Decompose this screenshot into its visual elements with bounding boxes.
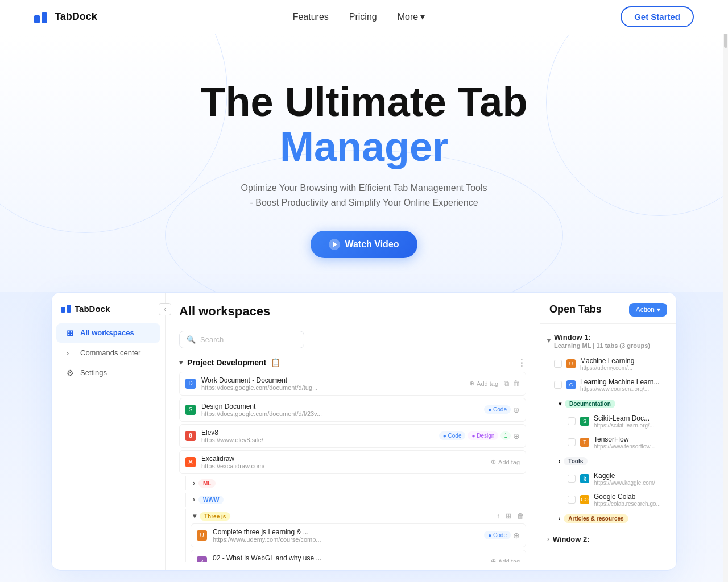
list-item[interactable]: S Scikit-Learn Doc... https://scikit-lea…	[554, 411, 669, 432]
sidebar-logo-icon	[61, 305, 71, 313]
table-row[interactable]: D Work Document - Document https://docs.…	[179, 372, 526, 396]
tab-checkbox[interactable]	[554, 360, 562, 368]
subgroup-chevron-icon: ›	[193, 496, 195, 504]
app-preview-area: TabDock ‹ ⊞ All workspaces ›_ Commands c…	[0, 292, 728, 582]
tab-info: Machine Learning https://udemy.com/...	[580, 357, 669, 371]
add-tag-button[interactable]: ⊕Add tag	[469, 380, 498, 387]
window-section-2: › Window 2:	[540, 530, 676, 548]
subgroup-ml-badge: ML	[198, 479, 216, 488]
nav-more[interactable]: More ▾	[398, 11, 425, 22]
window-1-header[interactable]: ▾ Window 1: Learning ML | 11 tabs (3 gro…	[540, 329, 676, 354]
nav-features[interactable]: Features	[293, 12, 329, 22]
tab-tags: ● Code ⊕	[484, 405, 520, 414]
share-icon[interactable]: ↑	[497, 512, 500, 520]
tab-favicon: 3	[197, 556, 207, 562]
delete-icon[interactable]: 🗑	[512, 379, 520, 388]
subgroup-threejs-header[interactable]: ▾ Three js ↑ ⊞ 🗑	[191, 509, 526, 523]
tab-favicon: k	[580, 474, 589, 483]
tab-info: Elev8 https://www.elev8.site/	[201, 429, 433, 443]
settings-icon: ⚙	[65, 368, 75, 377]
sidebar-item-commands[interactable]: ›_ Commands center	[56, 343, 160, 363]
table-row[interactable]: 3 02 - What is WebGL and why use ... htt…	[191, 550, 526, 562]
cat-articles-header[interactable]: › Articles & resources	[554, 512, 669, 526]
get-started-button[interactable]: Get Started	[621, 6, 694, 27]
hero-subtitle: Optimize Your Browsing with Efficient Ta…	[11, 181, 717, 210]
window-section-1: ▾ Window 1: Learning ML | 11 tabs (3 gro…	[540, 329, 676, 526]
panel-body: ▾ Window 1: Learning ML | 11 tabs (3 gro…	[540, 324, 676, 567]
add-tag-icon[interactable]: ⊕	[513, 405, 520, 414]
subgroup-chevron-icon: ›	[193, 479, 195, 487]
table-row[interactable]: S Design Document https://docs.google.co…	[179, 398, 526, 422]
tab-info: Complete three js Learning & ... https:/…	[213, 528, 478, 543]
subgroup-www-header[interactable]: › WWW	[191, 493, 526, 507]
tab-info: Learning Machine Learn... https://www.co…	[580, 378, 669, 392]
tab-checkbox[interactable]	[568, 438, 576, 446]
group-title: Project Development	[187, 358, 266, 367]
tab-favicon: D	[185, 379, 196, 389]
nav-links: Features Pricing More ▾	[293, 11, 425, 22]
add-tag-icon[interactable]: ⊕	[513, 431, 520, 440]
tab-favicon: U	[566, 359, 576, 368]
group-more-button[interactable]: ⋮	[517, 357, 526, 368]
subgroup-threejs: ▾ Three js ↑ ⊞ 🗑 U Complete three js Lea…	[185, 509, 526, 562]
copy-icon[interactable]: ⧉	[504, 379, 509, 388]
list-item[interactable]: C Learning Machine Learn... https://www.…	[540, 375, 676, 396]
subgroup-threejs-badge: Three js	[200, 512, 230, 521]
action-button[interactable]: Action ▾	[629, 303, 667, 317]
navbar: TabDock Features Pricing More ▾ Get Star…	[0, 0, 728, 34]
bg-circle-3	[165, 150, 563, 292]
group-header-project: ▾ Project Development 📋 ⋮	[179, 353, 526, 372]
tab-info: Work Document - Document https://docs.go…	[201, 376, 464, 391]
cat-documentation-header[interactable]: ▾ Documentation	[554, 397, 669, 411]
tab-info: TensorFlow https://www.tensorflow...	[594, 435, 663, 450]
tab-checkbox[interactable]	[568, 417, 576, 425]
tag-extra: 1	[500, 431, 511, 440]
add-tag-icon[interactable]: ⊕	[513, 531, 520, 540]
group-chevron-icon[interactable]: ▾	[179, 359, 183, 367]
sidebar-item-settings[interactable]: ⚙ Settings	[56, 363, 160, 383]
grid-icon[interactable]: ⊞	[506, 512, 511, 520]
tab-favicon: T	[580, 438, 589, 447]
nav-pricing[interactable]: Pricing	[349, 12, 377, 22]
list-item[interactable]: T TensorFlow https://www.tensorflow...	[554, 432, 669, 453]
tab-favicon: S	[580, 417, 589, 426]
table-row[interactable]: U Complete three js Learning & ... https…	[191, 523, 526, 547]
panel-title: Open Tabs	[549, 304, 602, 315]
cat-tools-header[interactable]: › Tools	[554, 454, 669, 468]
workspace-body: ▾ Project Development 📋 ⋮ D Work Documen…	[166, 353, 540, 562]
list-item[interactable]: CO Google Colab https://colab.research.g…	[554, 489, 669, 510]
add-tag-button[interactable]: ⊕Add tag	[491, 458, 520, 465]
table-row[interactable]: 8 Elev8 https://www.elev8.site/ ● Code ●…	[179, 424, 526, 448]
tab-tags: ● Code ● Design 1 ⊕	[439, 431, 520, 440]
tab-favicon: ✕	[185, 457, 196, 467]
search-bar[interactable]: 🔍 Search	[179, 331, 304, 348]
chevron-down-icon: ▾	[657, 306, 660, 314]
tab-favicon: S	[185, 405, 196, 415]
logo[interactable]: TabDock	[34, 11, 97, 23]
tab-checkbox[interactable]	[568, 496, 576, 504]
tab-info: 02 - What is WebGL and why use ... https…	[213, 554, 485, 562]
play-icon	[329, 239, 340, 250]
category-documentation: ▾ Documentation S Scikit-Learn Doc... ht…	[554, 397, 669, 453]
tag-code: ● Code	[484, 531, 511, 539]
tab-favicon: U	[197, 530, 207, 541]
main-header: All workspaces	[166, 293, 540, 326]
tab-checkbox[interactable]	[554, 381, 562, 389]
tab-checkbox[interactable]	[568, 475, 576, 483]
add-tag-button[interactable]: ⊕Add tag	[491, 558, 520, 562]
list-item[interactable]: k Kaggle https://www.kaggle.com/	[554, 468, 669, 489]
sidebar-collapse-button[interactable]: ‹	[159, 303, 171, 315]
main-title: All workspaces	[179, 304, 270, 319]
page-scrollbar[interactable]	[723, 0, 728, 582]
subgroup-www-badge: WWW	[198, 496, 224, 504]
table-row[interactable]: ✕ Excalidraw https://excalidraw.com/ ⊕Ad…	[179, 450, 526, 474]
window-2-header[interactable]: › Window 2:	[540, 530, 676, 548]
sidebar-item-workspaces[interactable]: ⊞ All workspaces	[56, 323, 160, 343]
tag-code: ● Code	[439, 431, 466, 440]
delete-icon[interactable]: 🗑	[517, 512, 524, 520]
cat-articles-badge: Articles & resources	[564, 514, 628, 523]
watch-video-button[interactable]: Watch Video	[311, 231, 417, 258]
list-item[interactable]: U Machine Learning https://udemy.com/...	[540, 354, 676, 375]
subgroup-ml-header[interactable]: › ML	[191, 476, 526, 490]
subgroup-chevron-icon: ▾	[193, 512, 196, 520]
